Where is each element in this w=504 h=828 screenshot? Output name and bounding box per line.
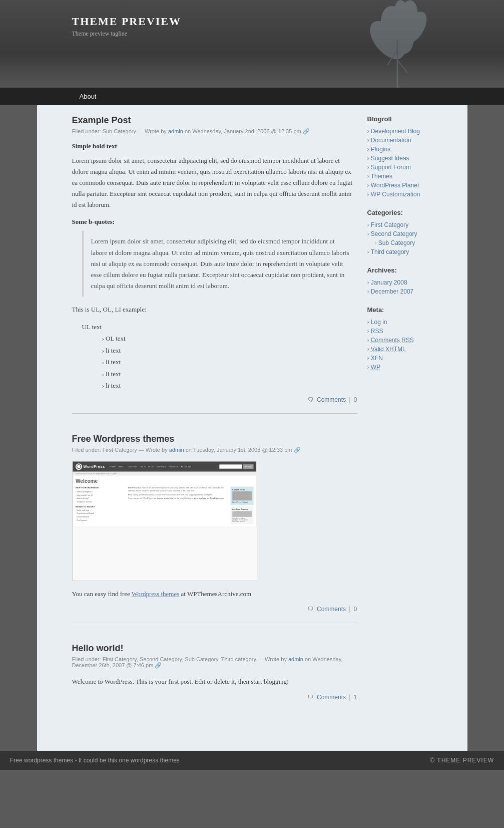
blogroll-title: Blogroll [367, 115, 457, 123]
post-subtitle-1: Simple bold text [72, 142, 357, 150]
post-body-1: Simple bold text Lorem ipsum dolor sit a… [72, 142, 357, 391]
nav-item-about[interactable]: About [72, 88, 104, 105]
ul-example: UL text OL text li text li text li text … [82, 321, 357, 391]
svg-line-7 [397, 60, 407, 73]
post-example: Example Post Filed under: Sub Category —… [72, 115, 357, 414]
ol-item-1: OL text [102, 333, 357, 344]
comments-count-2: 0 [354, 606, 357, 613]
widget-blogroll: Blogroll Development Blog Documentation … [367, 115, 457, 199]
pipe-1: | [349, 396, 350, 403]
site-footer: Free wordpress themes - It could be this… [0, 751, 504, 770]
content-wrapper: Example Post Filed under: Sub Category —… [37, 105, 467, 741]
blogroll-item-suggest: Suggest Ideas [367, 154, 457, 163]
post-title-2: Free Wordpress themes [72, 434, 357, 444]
blogroll-item-dev: Development Blog [367, 127, 457, 136]
meta-wp: WP [367, 363, 457, 372]
archive-dec-2007: December 2007 [367, 287, 457, 296]
comments-link-3[interactable]: Comments [317, 694, 346, 701]
ol-item-5: li text [102, 380, 357, 391]
post-paragraph-1: Lorem ipsum dolor sit amet, consectetur … [72, 155, 357, 210]
comments-icon-2: 🗨 [308, 606, 314, 613]
comments-link-1[interactable]: Comments [317, 396, 346, 403]
post-meta-1: Filed under: Sub Category — Wrote by adm… [72, 128, 357, 135]
post-body-text-2: You can easy find free Wordpress themes … [72, 589, 357, 600]
post-body-3: Welcome to WordPress. This is your first… [72, 676, 357, 687]
ul-label: This is UL, OL, LI example: [72, 304, 357, 315]
site-header: THEME PREVIEW Theme preview tagline [0, 0, 504, 88]
post-comments-2: 🗨 Comments | 0 [72, 606, 357, 613]
blogroll-item-support: Support Forum [367, 163, 457, 172]
post-free-themes: Free Wordpress themes Filed under: First… [72, 434, 357, 623]
meta-list: Log in RSS Comments RSS Valid XHTML XFN … [367, 318, 457, 372]
post-title-1: Example Post [72, 115, 357, 126]
footer-text-right: © THEME PREVIEW [430, 757, 494, 764]
post-author-2[interactable]: admin [169, 447, 184, 453]
post-meta-3: Filed under: First Category, Second Cate… [72, 656, 357, 669]
bquote-label: Some b-quotes: [72, 218, 357, 226]
cat-second: Second Category [367, 229, 457, 238]
pipe-2: | [349, 606, 350, 613]
post-blockquote-1: Lorem ipsum dolor sit amet, consectetur … [82, 231, 357, 296]
blogroll-item-wp-planet: WordPress Planet [367, 181, 457, 190]
archives-title: Archives: [367, 266, 457, 274]
post-comments-1: 🗨 Comments | 0 [72, 396, 357, 403]
footer-text-left: Free wordpress themes - It could be this… [10, 757, 180, 764]
meta-comments-rss: Comments RSS [367, 336, 457, 345]
ol-example: OL text li text li text li text li text [102, 333, 357, 391]
cat-first: First Category [367, 220, 457, 229]
widget-archives: Archives: January 2008 December 2007 [367, 266, 457, 296]
widget-meta: Meta: Log in RSS Comments RSS Valid XHTM… [367, 306, 457, 372]
post-comments-3: 🗨 Comments | 1 [72, 694, 357, 701]
pipe-3: | [349, 694, 350, 701]
archive-jan-2008: January 2008 [367, 278, 457, 287]
post-author-1[interactable]: admin [168, 128, 183, 134]
comments-link-2[interactable]: Comments [317, 606, 346, 613]
post-title-3: Hello world! [72, 643, 357, 654]
meta-title: Meta: [367, 306, 457, 314]
blogroll-item-plugins: Plugins [367, 145, 457, 154]
ol-item-4: li text [102, 368, 357, 380]
cat-sub: Sub Category [367, 238, 457, 247]
page-wrapper: Example Post Filed under: Sub Category —… [37, 105, 467, 751]
navbar: About [0, 88, 504, 105]
nav-link-about[interactable]: About [72, 88, 104, 105]
ol-item-2: li text [102, 345, 357, 356]
cat-third: Third category [367, 247, 457, 256]
post-meta-2: Filed under: First Category — Wrote by a… [72, 447, 357, 453]
meta-login: Log in [367, 318, 457, 327]
meta-xfn: XFN [367, 354, 457, 363]
header-decoration [337, 0, 427, 88]
main-content: Example Post Filed under: Sub Category —… [72, 115, 367, 731]
sidebar: Blogroll Development Blog Documentation … [367, 115, 457, 731]
wordpress-themes-link[interactable]: Wordpress themes [132, 590, 179, 598]
meta-valid-xhtml: Valid XHTML [367, 345, 457, 354]
comments-count-3: 1 [354, 694, 357, 701]
widget-categories: Categories: First Category Second Catego… [367, 209, 457, 256]
ol-item-3: li text [102, 356, 357, 368]
categories-title: Categories: [367, 209, 457, 216]
blogroll-item-themes: Themes [367, 172, 457, 181]
meta-rss: RSS [367, 327, 457, 336]
comments-count-1: 0 [354, 396, 357, 403]
post-author-3[interactable]: admin [288, 656, 303, 662]
post-body-2: WordPress HOME ABOUT EXTEND DOCS BLOG FO… [72, 461, 357, 600]
post-body-text-3: Welcome to WordPress. This is your first… [72, 676, 357, 687]
comments-icon-1: 🗨 [308, 396, 314, 403]
blogroll-list: Development Blog Documentation Plugins S… [367, 127, 457, 199]
post-hello-world: Hello world! Filed under: First Category… [72, 643, 357, 710]
comments-icon-3: 🗨 [308, 694, 314, 701]
ul-item: UL text [82, 321, 357, 333]
blogroll-item-wp-custom: WP Customization [367, 190, 457, 199]
archives-list: January 2008 December 2007 [367, 278, 457, 296]
blogroll-item-docs: Documentation [367, 136, 457, 145]
wordpress-screenshot: WordPress HOME ABOUT EXTEND DOCS BLOG FO… [72, 461, 257, 581]
categories-list: First Category Second Category Sub Categ… [367, 220, 457, 256]
